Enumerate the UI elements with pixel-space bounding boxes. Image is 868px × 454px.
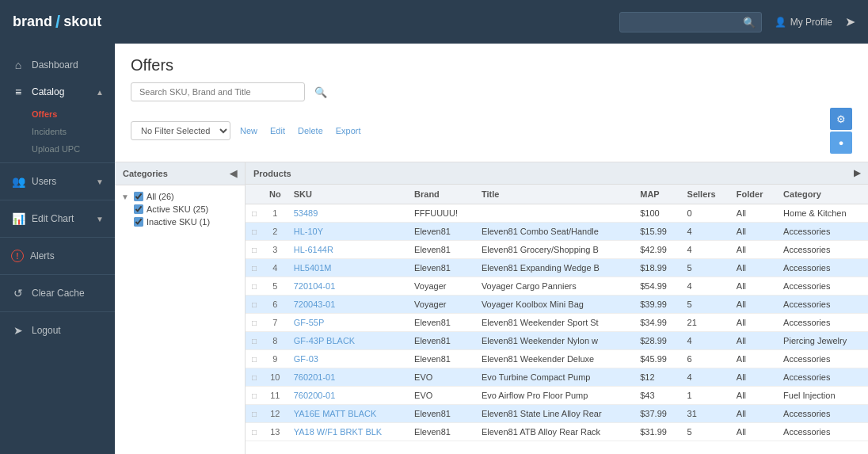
row-sellers: 5: [681, 259, 730, 277]
col-title[interactable]: Title: [475, 185, 634, 204]
row-no: 12: [263, 405, 287, 423]
cat-sub-items: Active SKU (25) Inactive SKU (1): [121, 203, 238, 228]
table-row[interactable]: □ 10 760201-01 EVO Evo Turbine Compact P…: [246, 368, 868, 387]
row-folder: All: [730, 259, 777, 277]
row-title: Eleven81 Weekender Nylon w: [475, 332, 634, 350]
row-expand-icon[interactable]: □: [246, 204, 263, 223]
row-sku[interactable]: 760201-01: [287, 368, 408, 387]
products-panel-arrow[interactable]: ▶: [854, 168, 860, 178]
row-expand-icon[interactable]: □: [246, 277, 263, 296]
table-row[interactable]: □ 13 YA18 W/F1 BRKT BLK Eleven81 Eleven8…: [246, 423, 868, 441]
cat-all-checkbox[interactable]: [134, 192, 143, 201]
table-row[interactable]: □ 7 GF-55P Eleven81 Eleven81 Weekender S…: [246, 314, 868, 332]
table-row[interactable]: □ 1 53489 FFFUUUU! $100 0 All Home & Kit…: [246, 204, 868, 223]
row-category: Accessories: [777, 223, 868, 241]
sidebar-item-users[interactable]: 👥 Users ▼: [0, 168, 115, 195]
new-button[interactable]: New: [237, 124, 261, 137]
sidebar-item-clear-cache-label: Clear Cache: [32, 288, 85, 299]
row-sku[interactable]: GF-55P: [287, 314, 408, 332]
sidebar-item-offers[interactable]: Offers: [0, 105, 115, 123]
col-folder[interactable]: Folder: [730, 185, 777, 204]
row-category: Accessories: [777, 368, 868, 387]
sidebar-item-upload-upc[interactable]: Upload UPC: [0, 140, 115, 158]
row-no: 3: [263, 241, 287, 259]
sidebar-item-incidents[interactable]: Incidents: [0, 123, 115, 140]
row-brand: EVO: [408, 387, 475, 405]
alerts-icon: !: [11, 250, 24, 262]
table-row[interactable]: □ 4 HL5401M Eleven81 Eleven81 Expanding …: [246, 259, 868, 277]
table-row[interactable]: □ 8 GF-43P BLACK Eleven81 Eleven81 Weeke…: [246, 332, 868, 350]
table-row[interactable]: □ 11 760200-01 EVO Evo Airflow Pro Floor…: [246, 387, 868, 405]
cat-inactive-sku-checkbox[interactable]: [134, 217, 143, 227]
cat-active-sku-checkbox[interactable]: [134, 204, 143, 214]
row-sku[interactable]: 720104-01: [287, 277, 408, 296]
sku-search-button[interactable]: 🔍: [311, 83, 330, 101]
row-expand-icon[interactable]: □: [246, 296, 263, 314]
col-sellers[interactable]: Sellers: [681, 185, 730, 204]
row-sku[interactable]: YA18 W/F1 BRKT BLK: [287, 423, 408, 441]
topnav-right: 🔍 👤 My Profile ➤: [619, 12, 855, 32]
row-brand: Eleven81: [408, 314, 475, 332]
table-row[interactable]: □ 6 720043-01 Voyager Voyager Koolbox Mi…: [246, 296, 868, 314]
table-row[interactable]: □ 12 YA16E MATT BLACK Eleven81 Eleven81 …: [246, 405, 868, 423]
table-row[interactable]: □ 3 HL-6144R Eleven81 Eleven81 Grocery/S…: [246, 241, 868, 259]
row-expand-icon[interactable]: □: [246, 350, 263, 368]
row-sku[interactable]: HL-10Y: [287, 223, 408, 241]
sidebar-item-alerts[interactable]: ! Alerts: [0, 242, 115, 269]
sidebar-item-logout[interactable]: ➤ Logout: [0, 317, 115, 344]
edit-button[interactable]: Edit: [267, 124, 288, 137]
row-sku[interactable]: HL5401M: [287, 259, 408, 277]
col-no[interactable]: No: [263, 185, 287, 204]
col-category[interactable]: Category: [777, 185, 868, 204]
categories-collapse-icon[interactable]: ◀: [230, 168, 237, 179]
row-title: Eleven81 Expanding Wedge B: [475, 259, 634, 277]
sidebar-item-edit-chart[interactable]: 📊 Edit Chart ▼: [0, 205, 115, 232]
my-profile-button[interactable]: 👤 My Profile: [775, 17, 832, 28]
cat-item-inactive-sku[interactable]: Inactive SKU (1): [134, 216, 238, 228]
cat-item-active-sku[interactable]: Active SKU (25): [134, 203, 238, 216]
row-sku[interactable]: GF-43P BLACK: [287, 332, 408, 350]
filter-select[interactable]: No Filter Selected: [131, 121, 230, 140]
row-sku[interactable]: YA16E MATT BLACK: [287, 405, 408, 423]
row-expand-icon[interactable]: □: [246, 259, 263, 277]
sidebar-item-catalog[interactable]: ≡ Catalog ▲: [0, 78, 115, 105]
settings-button[interactable]: ⚙: [830, 108, 852, 130]
cat-all-label: All (26): [147, 192, 174, 201]
sku-search-input[interactable]: [131, 82, 305, 101]
row-sku[interactable]: 760200-01: [287, 387, 408, 405]
row-sku[interactable]: HL-6144R: [287, 241, 408, 259]
top-navigation: brand / skout 🔍 👤 My Profile ➤: [0, 0, 868, 44]
search-toolbar: 🔍: [131, 82, 852, 101]
table-row[interactable]: □ 9 GF-03 Eleven81 Eleven81 Weekender De…: [246, 350, 868, 368]
right-action-buttons: ⚙ ●: [830, 108, 852, 154]
row-map: $100: [634, 204, 680, 223]
row-expand-icon[interactable]: □: [246, 241, 263, 259]
sidebar-item-dashboard[interactable]: ⌂ Dashboard: [0, 52, 115, 78]
top-search-input[interactable]: [619, 12, 762, 32]
cat-item-all[interactable]: ▼ All (26): [121, 190, 238, 203]
share-button[interactable]: ➤: [845, 14, 855, 29]
row-expand-icon[interactable]: □: [246, 405, 263, 423]
row-sku[interactable]: GF-03: [287, 350, 408, 368]
col-sku[interactable]: SKU: [287, 185, 408, 204]
table-row[interactable]: □ 5 720104-01 Voyager Voyager Cargo Pann…: [246, 277, 868, 296]
row-expand-icon[interactable]: □: [246, 387, 263, 405]
sidebar-item-clear-cache[interactable]: ↺ Clear Cache: [0, 280, 115, 307]
row-sku[interactable]: 720043-01: [287, 296, 408, 314]
export-button[interactable]: Export: [333, 124, 364, 137]
row-expand-icon[interactable]: □: [246, 368, 263, 387]
cat-expand-icon: ▼: [121, 193, 129, 201]
row-expand-icon[interactable]: □: [246, 332, 263, 350]
col-brand[interactable]: Brand: [408, 185, 475, 204]
row-expand-icon[interactable]: □: [246, 223, 263, 241]
row-sku[interactable]: 53489: [287, 204, 408, 223]
categories-tree: ▼ All (26) Active SKU (25) Inactive SKU …: [115, 185, 245, 233]
delete-button[interactable]: Delete: [295, 124, 326, 137]
row-expand-icon[interactable]: □: [246, 423, 263, 441]
col-map[interactable]: MAP: [634, 185, 680, 204]
dot-button[interactable]: ●: [830, 132, 852, 154]
table-row[interactable]: □ 2 HL-10Y Eleven81 Eleven81 Combo Seat/…: [246, 223, 868, 241]
products-header-label: Products: [253, 169, 291, 178]
row-map: $34.99: [634, 314, 680, 332]
row-expand-icon[interactable]: □: [246, 314, 263, 332]
